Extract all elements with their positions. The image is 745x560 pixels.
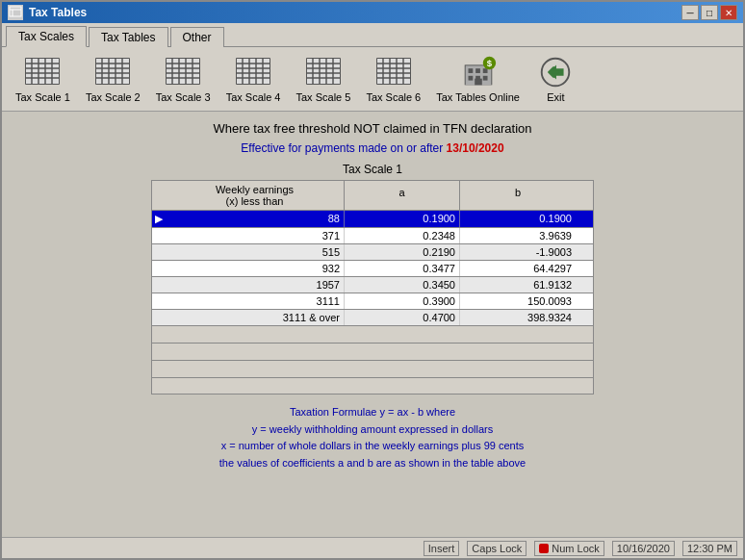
toolbar-scale2-label: Tax Scale 2 <box>86 91 141 103</box>
numlock-status: Num Lock <box>534 541 604 556</box>
cell-a: 0.1900 <box>345 211 460 227</box>
toolbar-tax-scale-6[interactable]: Tax Scale 6 <box>360 51 426 107</box>
toolbar-scale3-label: Tax Scale 3 <box>156 91 211 103</box>
title-bar: Tax Tables ─ □ ✕ <box>2 2 743 23</box>
toolbar-scale1-label: Tax Scale 1 <box>15 91 70 103</box>
maximize-button[interactable]: □ <box>701 5 718 20</box>
cell-a: 0.4700 <box>345 310 460 325</box>
toolbar-online-label: Tax Tables Online <box>436 91 520 103</box>
cell-a: 0.3900 <box>345 293 460 309</box>
table-row[interactable]: 515 0.2190 -1.9003 <box>151 243 594 260</box>
toolbar-exit-label: Exit <box>547 91 564 103</box>
toolbar-tax-scale-2[interactable]: Tax Scale 2 <box>80 51 146 107</box>
svg-rect-66 <box>475 68 480 73</box>
formulae-line4: the values of coefficients a and b are a… <box>219 455 526 472</box>
tab-other[interactable]: Other <box>170 27 224 47</box>
scale3-icon <box>164 55 202 89</box>
capslock-status: Caps Lock <box>467 541 527 556</box>
svg-rect-70 <box>482 76 487 81</box>
cell-earnings: 932 <box>166 261 345 276</box>
cell-earnings: 3111 & over <box>166 310 345 325</box>
tab-tax-scales[interactable]: Tax Scales <box>6 26 87 47</box>
numlock-label: Num Lock <box>552 543 600 554</box>
online-icon: $ <box>459 55 498 89</box>
table-row[interactable]: 3111 0.3900 150.0093 <box>151 293 594 309</box>
cell-a: 0.2190 <box>345 244 460 260</box>
cell-b: 398.9324 <box>460 310 576 325</box>
cell-earnings: 3111 <box>166 293 345 309</box>
scale4-icon <box>234 55 272 89</box>
toolbar-tax-scale-1[interactable]: Tax Scale 1 <box>10 51 76 107</box>
empty-row <box>151 325 594 343</box>
svg-rect-0 <box>10 7 21 16</box>
numlock-indicator <box>539 544 549 553</box>
toolbar-tax-scale-4[interactable]: Tax Scale 4 <box>220 51 287 107</box>
table-row[interactable]: 932 0.3477 64.4297 <box>151 260 594 276</box>
col-earnings-header: Weekly earnings <box>169 184 340 195</box>
cell-a: 0.3450 <box>345 277 460 293</box>
svg-rect-24 <box>167 59 199 84</box>
cell-earnings: 371 <box>166 228 345 243</box>
table-row[interactable]: 3111 & over 0.4700 398.9324 <box>151 309 594 325</box>
table-row[interactable]: 371 0.2348 3.9639 <box>151 227 594 243</box>
main-window: Tax Tables ─ □ ✕ Tax Scales Tax Tables O… <box>0 0 745 560</box>
window-controls: ─ □ ✕ <box>681 5 737 20</box>
col-a-header: a <box>345 181 460 210</box>
cell-b: 64.4297 <box>460 261 576 276</box>
formulae-line3: x = number of whole dollars in the weekl… <box>219 438 526 455</box>
col-b-header: b <box>460 181 576 210</box>
cell-b: 150.0093 <box>460 293 576 309</box>
toolbar-scale6-label: Tax Scale 6 <box>366 91 421 103</box>
content-title: Where tax free threshold NOT claimed in … <box>213 121 531 136</box>
cell-b: 0.1900 <box>460 211 576 227</box>
table-row[interactable]: 1957 0.3450 61.9132 <box>151 276 594 293</box>
tab-tax-tables[interactable]: Tax Tables <box>89 27 167 47</box>
minimize-button[interactable]: ─ <box>681 5 699 20</box>
svg-rect-4 <box>26 59 59 84</box>
svg-rect-14 <box>96 59 129 84</box>
scale2-icon <box>93 55 132 89</box>
cell-b: -1.9003 <box>460 244 576 260</box>
exit-icon <box>536 55 575 89</box>
time-status: 12:30 PM <box>682 541 737 556</box>
close-button[interactable]: ✕ <box>720 5 737 20</box>
scale5-icon <box>304 55 343 89</box>
cell-earnings: 1957 <box>166 277 345 293</box>
svg-rect-67 <box>482 68 487 73</box>
effective-date-line: Effective for payments made on or after … <box>241 141 503 155</box>
date-status: 10/16/2020 <box>612 541 675 556</box>
svg-rect-44 <box>307 59 340 84</box>
toolbar: Tax Scale 1 Tax Scale 2 <box>2 47 743 112</box>
svg-rect-34 <box>237 59 270 84</box>
svg-text:$: $ <box>486 58 492 68</box>
toolbar-tax-scale-5[interactable]: Tax Scale 5 <box>291 51 357 107</box>
scale6-icon <box>374 55 413 89</box>
table-row[interactable]: ▶ 88 0.1900 0.1900 <box>151 210 594 227</box>
toolbar-tax-tables-online[interactable]: $ Tax Tables Online <box>430 51 526 107</box>
empty-row <box>151 377 594 395</box>
toolbar-scale5-label: Tax Scale 5 <box>296 91 351 103</box>
effective-label: Effective for payments made on or after <box>241 141 443 155</box>
insert-status: Insert <box>424 541 460 556</box>
svg-rect-54 <box>377 59 410 84</box>
toolbar-tax-scale-3[interactable]: Tax Scale 3 <box>150 51 217 107</box>
time-label: 12:30 PM <box>687 543 732 554</box>
title-bar-left: Tax Tables <box>8 5 87 20</box>
tab-bar: Tax Scales Tax Tables Other <box>2 23 743 47</box>
window-title: Tax Tables <box>29 6 87 19</box>
content-area: Where tax free threshold NOT claimed in … <box>2 112 743 537</box>
cell-earnings: 515 <box>166 244 345 260</box>
toolbar-exit[interactable]: Exit <box>529 51 582 107</box>
effective-date-value: 13/10/2020 <box>447 141 504 155</box>
empty-row <box>151 343 594 360</box>
cell-a: 0.2348 <box>345 228 460 243</box>
cell-earnings: 88 <box>166 211 345 227</box>
scale1-icon <box>23 55 62 89</box>
svg-rect-71 <box>475 79 482 86</box>
insert-label: Insert <box>428 543 455 554</box>
cell-b: 3.9639 <box>460 228 576 243</box>
scale-title: Tax Scale 1 <box>343 163 402 176</box>
formulae-line1: Taxation Formulae y = ax - b where <box>219 404 526 421</box>
status-bar: Insert Caps Lock Num Lock 10/16/2020 12:… <box>2 537 743 558</box>
empty-row <box>151 360 594 377</box>
